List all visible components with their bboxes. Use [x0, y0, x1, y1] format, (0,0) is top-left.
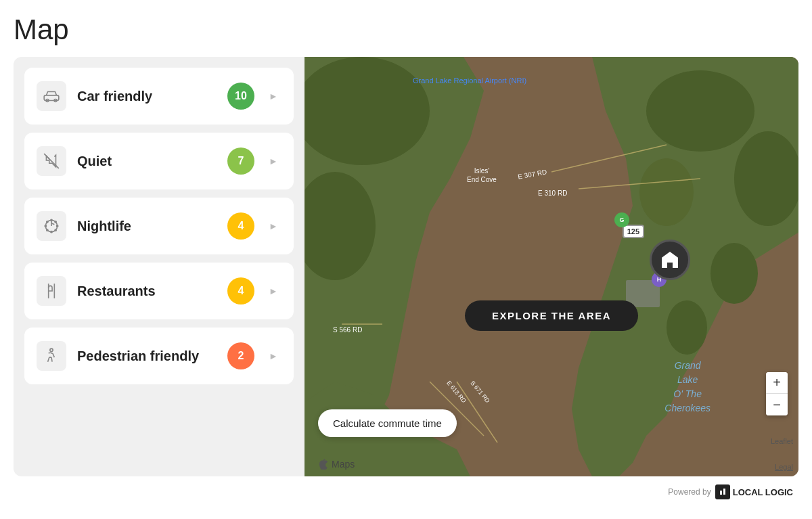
page-title: Map: [14, 14, 798, 46]
card-restaurants[interactable]: Restaurants 4 ►: [24, 263, 294, 319]
road-badge: 125: [623, 225, 644, 238]
apple-logo: [318, 459, 329, 470]
isles-label: Isles'End Cove: [467, 166, 497, 184]
powered-by-text: Powered by: [668, 487, 710, 497]
apple-maps-branding: Maps: [318, 459, 355, 470]
nightlife-label: Nightlife: [77, 219, 217, 234]
car-friendly-score: 10: [227, 83, 254, 110]
map-zoom-controls: + −: [766, 372, 788, 415]
pedestrian-svg: [43, 347, 60, 365]
e310-label: E 310 RD: [538, 189, 567, 197]
zoom-out-button[interactable]: −: [766, 394, 788, 415]
svg-point-12: [55, 229, 56, 231]
lake-label: GrandLakeO' TheCherokees: [664, 359, 710, 415]
svg-point-17: [50, 348, 53, 351]
page-container: Map Car friendly 10 ►: [0, 0, 812, 519]
svg-point-11: [47, 221, 48, 223]
card-nightlife[interactable]: Nightlife 4 ►: [24, 198, 294, 254]
local-logic-logo: LOCAL LOGIC: [715, 484, 793, 499]
pedestrian-icon: [37, 341, 66, 371]
pedestrian-chevron: ►: [265, 348, 281, 364]
svg-point-10: [57, 225, 58, 227]
car-friendly-chevron: ►: [265, 88, 281, 104]
svg-point-13: [47, 229, 48, 231]
home-marker: [650, 240, 690, 280]
quiet-icon: [37, 146, 66, 176]
left-panel: Car friendly 10 ► Quiet 7 ►: [14, 57, 304, 476]
pedestrian-score: 2: [227, 342, 254, 369]
svg-point-9: [45, 225, 46, 227]
main-content: Car friendly 10 ► Quiet 7 ►: [14, 57, 798, 476]
restaurants-label: Restaurants: [77, 284, 217, 299]
svg-point-8: [51, 231, 52, 233]
car-icon: [37, 81, 66, 111]
restaurants-svg: [43, 282, 60, 300]
ll-icon: [715, 484, 730, 499]
map-container[interactable]: Grand Lake Regional Airport (NRI) Isles'…: [304, 57, 798, 476]
brand-name: LOCAL LOGIC: [733, 487, 793, 497]
leaflet-label: Leaflet: [771, 437, 793, 445]
quiet-svg: [43, 152, 60, 170]
zoom-in-button[interactable]: +: [766, 372, 788, 394]
nightlife-icon: [37, 211, 66, 241]
card-car-friendly[interactable]: Car friendly 10 ►: [24, 68, 294, 125]
svg-point-23: [667, 300, 707, 355]
svg-rect-34: [723, 489, 725, 495]
nightlife-chevron: ►: [265, 218, 281, 234]
quiet-label: Quiet: [77, 154, 217, 169]
quiet-score: 7: [227, 148, 254, 175]
legal-label[interactable]: Legal: [775, 463, 793, 471]
pedestrian-label: Pedestrian friendly: [77, 348, 217, 364]
quiet-chevron: ►: [265, 153, 281, 169]
map-green-icon: G: [614, 212, 629, 227]
svg-point-14: [55, 221, 56, 223]
svg-point-19: [646, 70, 754, 152]
calculate-commute-button[interactable]: Calculate commute time: [318, 409, 457, 437]
svg-rect-32: [718, 487, 727, 497]
svg-point-22: [710, 243, 758, 304]
svg-rect-33: [720, 491, 722, 495]
car-svg: [43, 87, 60, 105]
nightlife-svg: [43, 217, 60, 235]
car-friendly-label: Car friendly: [77, 89, 217, 104]
restaurants-score: 4: [227, 277, 254, 304]
card-quiet[interactable]: Quiet 7 ►: [24, 133, 294, 189]
ll-logo-svg: [718, 487, 727, 497]
maps-text: Maps: [332, 459, 355, 470]
svg-point-7: [51, 219, 52, 221]
restaurants-chevron: ►: [265, 283, 281, 299]
s566-label: S 566 RD: [333, 326, 362, 334]
nightlife-score: 4: [227, 212, 254, 240]
footer: Powered by LOCAL LOGIC: [14, 476, 798, 507]
explore-area-button[interactable]: EXPLORE THE AREA: [465, 300, 638, 331]
svg-point-21: [639, 158, 694, 226]
restaurants-icon: [37, 276, 66, 306]
airport-label: Grand Lake Regional Airport (NRI): [413, 76, 526, 85]
card-pedestrian[interactable]: Pedestrian friendly 2 ►: [24, 328, 294, 384]
